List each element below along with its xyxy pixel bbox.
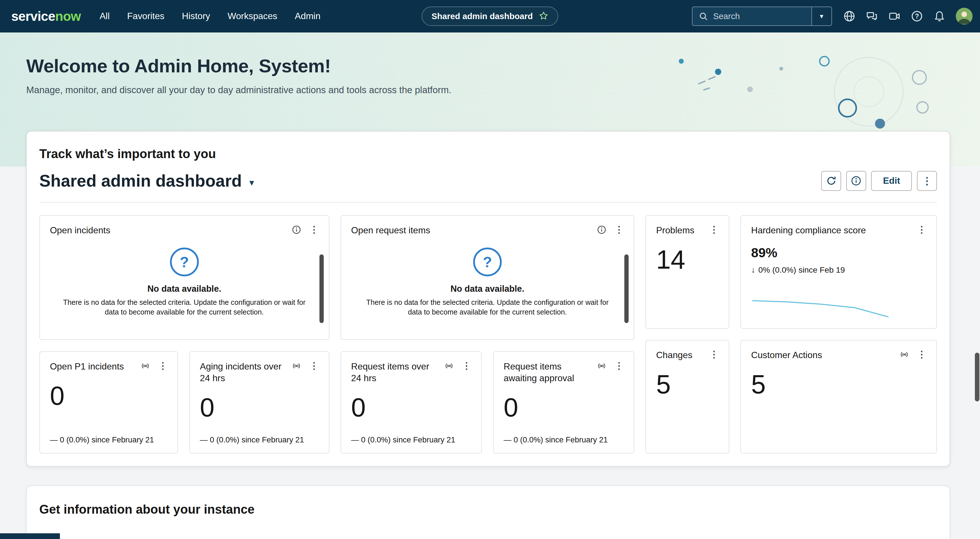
servicenow-logo[interactable]: servicenow — [11, 8, 81, 24]
kpi-delta: — 0 (0.0%) since February 21 — [200, 435, 319, 444]
card-info-button[interactable] — [292, 225, 301, 235]
no-data-title: No data available. — [148, 284, 221, 294]
page-title: Welcome to Admin Home, System! — [26, 55, 980, 77]
card-menu-button[interactable]: ⋮ — [309, 225, 319, 235]
instance-info-panel: Get information about your instance — [26, 485, 950, 539]
widget-title: Request items over 24 hrs — [351, 361, 444, 384]
refresh-icon — [826, 176, 837, 186]
kpi-delta: ↓ 0% (0.0%) since Feb 19 — [751, 265, 926, 274]
live-refresh-icon[interactable] — [444, 361, 454, 371]
card-menu-button[interactable]: ⋮ — [614, 361, 624, 371]
widget-title: Request items awaiting approval — [504, 361, 597, 384]
nav-item-favorites[interactable]: Favorites — [118, 0, 173, 32]
chevron-down-icon: ▾ — [249, 174, 254, 188]
search-field[interactable] — [692, 6, 812, 26]
widget-title: Hardening compliance score — [751, 225, 917, 236]
card-menu-button[interactable]: ⋮ — [462, 361, 471, 371]
widget-open-incidents: Open incidents ⋮ ? No data available. Th… — [39, 215, 329, 340]
no-data-description: There is no data for the selected criter… — [360, 297, 615, 317]
bell-icon — [934, 10, 945, 22]
live-refresh-icon[interactable] — [900, 350, 909, 359]
widget-column: Hardening compliance score ⋮ 89% ↓ 0% (0… — [740, 215, 937, 453]
info-icon — [851, 176, 861, 186]
globe-icon — [843, 10, 855, 22]
widget-title: Changes — [656, 349, 710, 361]
nav-item-workspaces[interactable]: Workspaces — [219, 0, 286, 32]
primary-nav: All Favorites History Workspaces Admin — [91, 0, 329, 32]
notifications-button[interactable] — [928, 5, 951, 28]
widget-request-items-24hrs: Request items over 24 hrs ⋮ 0 — 0 (0.0%)… — [340, 351, 482, 453]
kpi-value: 0 — [50, 382, 167, 410]
widget-open-p1-incidents: Open P1 incidents ⋮ 0 — 0 (0.0%) since F… — [39, 351, 178, 453]
card-menu-button[interactable]: ⋮ — [710, 225, 719, 235]
no-data-state: ? No data available. There is no data fo… — [50, 234, 319, 330]
card-menu-button[interactable]: ⋮ — [917, 225, 926, 235]
logo-text-service: service — [11, 8, 55, 24]
card-menu-button[interactable]: ⋮ — [309, 361, 319, 371]
card-menu-button[interactable]: ⋮ — [917, 350, 926, 359]
card-menu-button[interactable]: ⋮ — [158, 361, 167, 371]
page-scrollbar-thumb[interactable] — [975, 353, 979, 401]
dashboard-selector[interactable]: Shared admin dashboard ▾ — [39, 171, 254, 190]
live-refresh-icon[interactable] — [141, 361, 150, 371]
live-refresh-icon[interactable] — [292, 361, 301, 371]
kpi-delta: — 0 (0.0%) since February 21 — [504, 435, 624, 444]
current-page-label: Shared admin dashboard — [431, 11, 533, 21]
nav-item-admin[interactable]: Admin — [286, 0, 329, 32]
kpi-delta-text: 0% (0.0%) since Feb 19 — [758, 265, 845, 274]
widget-title: Open P1 incidents — [50, 361, 141, 373]
widget-aging-incidents: Aging incidents over 24 hrs ⋮ 0 — 0 (0.0… — [189, 351, 329, 453]
widgets-grid: Open incidents ⋮ ? No data available. Th… — [39, 215, 937, 453]
info-button[interactable] — [846, 171, 866, 191]
trend-sparkline — [751, 300, 889, 319]
widget-changes: Changes ⋮ 5 — [646, 340, 729, 453]
kpi-value: 0 — [351, 394, 471, 422]
more-actions-button[interactable]: ⋮ — [917, 171, 937, 191]
dashboard-toolbar-row: Shared admin dashboard ▾ Edit ⋮ — [39, 171, 937, 191]
widget-customer-actions: Customer Actions ⋮ 5 — [740, 340, 937, 453]
kpi-value: 14 — [656, 246, 719, 274]
kpi-delta: — 0 (0.0%) since February 21 — [50, 435, 167, 444]
question-circle-icon: ? — [473, 247, 502, 276]
widget-open-request-items: Open request items ⋮ ? No data available… — [340, 215, 634, 340]
kpi-value: 5 — [656, 371, 719, 399]
avatar-image — [956, 8, 973, 24]
language-globe-button[interactable] — [838, 5, 861, 28]
nav-item-history[interactable]: History — [173, 0, 219, 32]
widget-column: Problems ⋮ 14 Changes ⋮ 5 — [646, 215, 729, 453]
logo-text-now: now — [55, 8, 81, 24]
favorite-star-icon[interactable] — [538, 11, 549, 21]
chevron-down-icon: ▾ — [820, 12, 823, 20]
search-scope-dropdown[interactable]: ▾ — [812, 6, 832, 26]
global-search: ▾ — [692, 6, 832, 26]
media-button[interactable] — [883, 5, 905, 28]
current-page-pill[interactable]: Shared admin dashboard — [422, 6, 558, 26]
nav-item-all[interactable]: All — [91, 0, 119, 32]
conversations-button[interactable] — [861, 5, 883, 28]
no-data-title: No data available. — [450, 284, 524, 294]
down-arrow-icon: ↓ — [751, 265, 755, 274]
video-icon — [888, 10, 900, 22]
card-menu-button[interactable]: ⋮ — [710, 350, 719, 359]
info-icon — [292, 225, 301, 235]
card-scrollbar-thumb[interactable] — [320, 254, 324, 323]
widget-hardening-compliance: Hardening compliance score ⋮ 89% ↓ 0% (0… — [740, 215, 937, 329]
card-scrollbar-thumb[interactable] — [624, 254, 628, 323]
edit-button[interactable]: Edit — [871, 171, 912, 191]
widget-title: Aging incidents over 24 hrs — [200, 361, 292, 384]
refresh-button[interactable] — [821, 171, 841, 191]
card-menu-button[interactable]: ⋮ — [614, 225, 624, 235]
kpi-delta: — 0 (0.0%) since February 21 — [351, 435, 471, 444]
instance-info-title: Get information about your instance — [39, 502, 937, 517]
help-button[interactable]: ? — [905, 5, 928, 28]
live-refresh-icon[interactable] — [597, 361, 606, 371]
chat-icon — [866, 10, 878, 22]
no-data-state: ? No data available. There is no data fo… — [351, 234, 624, 330]
info-icon — [597, 225, 606, 235]
search-input[interactable] — [713, 11, 805, 21]
user-avatar[interactable] — [956, 8, 973, 24]
page-subtitle: Manage, monitor, and discover all your d… — [26, 85, 980, 95]
kpi-value: 0 — [200, 394, 319, 422]
card-info-button[interactable] — [597, 225, 606, 235]
kpi-value: 0 — [504, 394, 624, 422]
